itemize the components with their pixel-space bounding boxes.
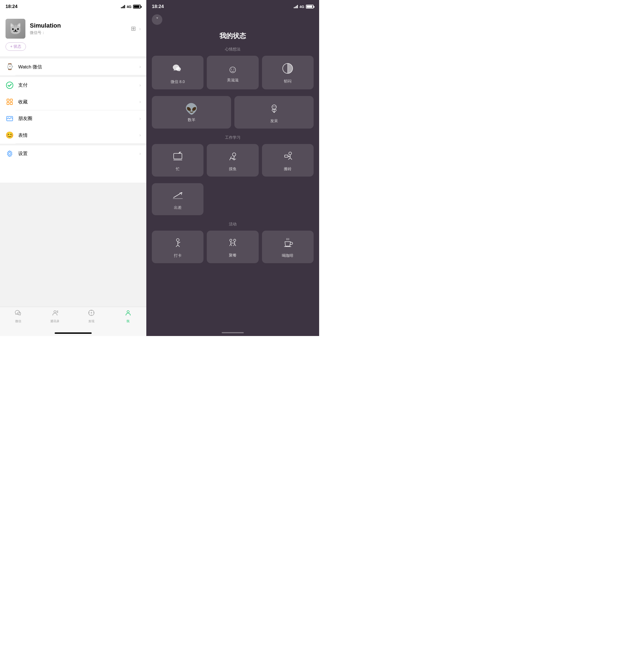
section-label-activity: 活动: [152, 222, 314, 227]
svg-point-6: [9, 153, 11, 155]
profile-row[interactable]: Simulation 微信号： ⊞ ›: [5, 19, 141, 39]
nav-label-me: 我: [127, 319, 130, 323]
avatar[interactable]: [5, 19, 26, 39]
svg-point-35: [234, 239, 236, 241]
status-icons-right: 4G: [294, 5, 314, 9]
watch-icon: ⌚: [5, 63, 14, 71]
back-button[interactable]: ˅: [152, 14, 162, 25]
profile-chevron: ›: [139, 26, 141, 32]
battery-icon-left: [133, 5, 141, 8]
svg-point-21: [273, 106, 273, 107]
status-card-moyu[interactable]: 摸鱼: [207, 144, 258, 176]
status-bar-left: 18:24 4G: [0, 0, 146, 12]
kafei-icon: [282, 237, 293, 250]
svg-point-34: [230, 239, 232, 241]
menu-item-watch[interactable]: ⌚ Watch 微信 ›: [0, 58, 146, 75]
menu-label-settings: 设置: [18, 150, 139, 157]
grey-area: [0, 183, 146, 307]
mood-grid-bottom: 👽 数羊 发呆: [152, 96, 314, 128]
meizi-icon: ☺: [228, 64, 238, 74]
daka-label: 打卡: [174, 253, 182, 258]
network-type-right: 4G: [300, 5, 304, 9]
chuchai-label: 出差: [174, 205, 182, 210]
nav-item-contacts[interactable]: 通讯录: [37, 309, 73, 323]
banzhuang-label: 搬砖: [284, 167, 291, 172]
moments-icon: [5, 115, 14, 123]
nav-label-discover: 发现: [88, 319, 95, 323]
status-card-banzhuang[interactable]: 搬砖: [262, 144, 314, 176]
status-card-jucan[interactable]: 聚餐: [207, 230, 258, 263]
chuchai-icon: [172, 190, 184, 202]
nav-icon-me: [124, 309, 132, 318]
status-card-meizi[interactable]: ☺ 美滋滋: [207, 56, 258, 89]
work-grid-top: 忙 摸鱼: [152, 144, 314, 176]
moyu-icon: [227, 151, 238, 163]
status-icons-left: 4G: [121, 5, 141, 9]
work-grid-bottom: 出差: [152, 183, 314, 215]
menu-label-moments: 朋友圈: [18, 115, 139, 122]
nav-icon-discover: [88, 309, 95, 318]
settings-chevron: ›: [139, 151, 141, 156]
nav-item-wechat[interactable]: 微信: [0, 309, 37, 323]
menu-item-pay[interactable]: 支付 ›: [0, 77, 146, 93]
yumen-icon: [282, 63, 293, 75]
signal-icon-right: [294, 5, 298, 8]
menu-label-emoji: 表情: [18, 132, 139, 138]
status-card-shuyang[interactable]: 👽 数羊: [152, 96, 231, 128]
svg-point-33: [177, 239, 179, 241]
section-label-work: 工作学习: [152, 135, 314, 140]
activity-grid: 打卡 聚餐: [152, 230, 314, 263]
svg-rect-4: [10, 102, 13, 105]
status-card-busy[interactable]: 忙: [152, 144, 203, 176]
menu-item-favorites[interactable]: 收藏 ›: [0, 93, 146, 110]
menu-label-favorites: 收藏: [18, 99, 139, 105]
svg-rect-1: [7, 99, 9, 101]
menu-item-settings[interactable]: 设置 ›: [0, 145, 146, 162]
time-left: 18:24: [5, 4, 17, 10]
nav-item-discover[interactable]: 发现: [73, 309, 110, 323]
settings-icon: [5, 150, 14, 158]
scroll-bar: [222, 332, 244, 333]
favorites-icon: [5, 98, 14, 106]
status-button[interactable]: + 状态: [5, 42, 26, 51]
menu-label-pay: 支付: [18, 82, 139, 88]
moments-chevron: ›: [139, 116, 141, 121]
svg-rect-30: [285, 155, 288, 157]
time-right: 18:24: [152, 4, 164, 10]
menu-item-emoji[interactable]: 😊 表情 ›: [0, 127, 146, 143]
qr-icon[interactable]: ⊞: [131, 25, 136, 32]
watch-chevron: ›: [139, 64, 141, 69]
status-card-kafei[interactable]: 喝咖啡: [262, 230, 314, 263]
status-card-daka[interactable]: 打卡: [152, 230, 203, 263]
yumen-label: 郁闷: [284, 79, 291, 84]
status-card-fazhu[interactable]: 发呆: [234, 96, 314, 128]
svg-point-12: [91, 312, 92, 313]
moyu-label: 摸鱼: [229, 167, 237, 172]
status-card-wechat80[interactable]: 微信 8.0: [152, 56, 203, 89]
svg-point-20: [272, 105, 276, 109]
status-card-chuchai[interactable]: 出差: [152, 183, 203, 215]
shuyang-icon: 👽: [185, 104, 198, 114]
menu-label-watch: Watch 微信: [18, 64, 139, 70]
page-title: 我的状态: [146, 32, 319, 40]
mood-grid-top: 微信 8.0 ☺ 美滋滋 郁闷: [152, 56, 314, 89]
status-card-yumen[interactable]: 郁闷: [262, 56, 314, 89]
menu-item-moments[interactable]: 朋友圈 ›: [0, 110, 146, 127]
profile-right[interactable]: ⊞ ›: [131, 25, 141, 32]
left-panel: 18:24 4G Simulation 微信号：: [0, 0, 146, 336]
jucan-icon: [227, 238, 238, 249]
pay-chevron: ›: [139, 83, 141, 88]
menu-list: ⌚ Watch 微信 › 支付 ›: [0, 58, 146, 183]
home-indicator-left: [55, 332, 92, 334]
nav-label-wechat: 微信: [15, 319, 21, 323]
kafei-label: 喝咖啡: [282, 253, 293, 258]
nav-icon-wechat: [15, 309, 22, 318]
emoji-icon: 😊: [5, 131, 14, 139]
wechat80-label: 微信 8.0: [171, 80, 185, 84]
right-panel: 18:24 4G ˅ 我的状态 心情想法: [146, 0, 319, 336]
nav-item-me[interactable]: 我: [110, 309, 147, 323]
signal-icon-left: [121, 5, 125, 8]
section-label-mood: 心情想法: [152, 47, 314, 52]
svg-point-17: [127, 311, 129, 313]
daka-icon: [172, 237, 183, 250]
